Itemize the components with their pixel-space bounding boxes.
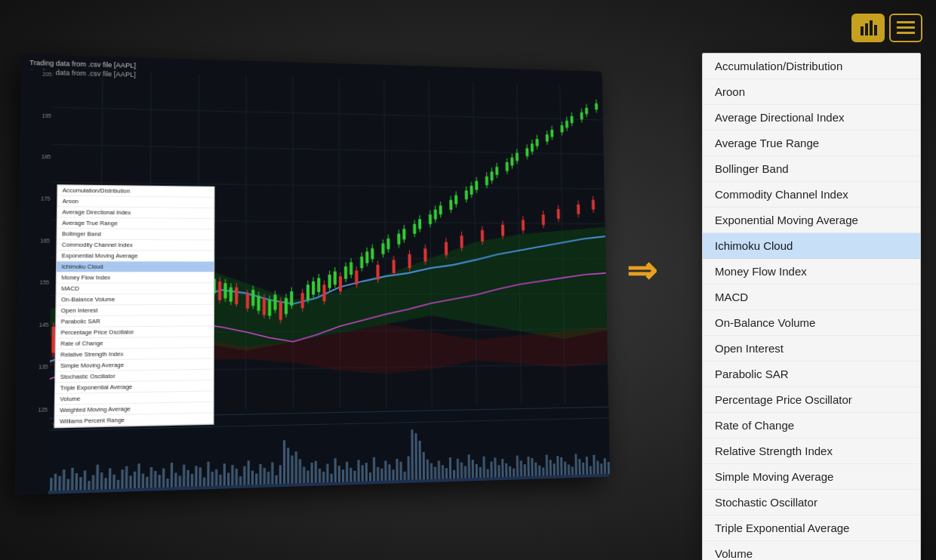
svg-rect-0 bbox=[861, 26, 864, 35]
dropdown-item-12[interactable]: Parabolic SAR bbox=[703, 362, 920, 387]
svg-rect-292 bbox=[334, 458, 337, 485]
dropdown-item-7[interactable]: Ichimoku Cloud bbox=[703, 233, 920, 259]
dropdown-item-10[interactable]: On-Balance Volume bbox=[703, 310, 920, 336]
svg-rect-281 bbox=[291, 455, 293, 486]
chart-view-button[interactable] bbox=[851, 14, 885, 42]
svg-line-18 bbox=[246, 75, 247, 410]
dropdown-item-2[interactable]: Average Directional Index bbox=[703, 105, 920, 131]
svg-rect-4 bbox=[897, 21, 915, 23]
dropdown-item-8[interactable]: Money Flow Index bbox=[703, 259, 920, 285]
svg-rect-280 bbox=[287, 448, 289, 486]
small-dd-item-9[interactable]: MACD bbox=[57, 283, 214, 294]
svg-rect-270 bbox=[248, 460, 250, 488]
svg-rect-260 bbox=[207, 462, 209, 489]
dropdown-item-5[interactable]: Commodity Channel Index bbox=[703, 182, 920, 208]
svg-rect-302 bbox=[373, 457, 375, 485]
svg-rect-5 bbox=[897, 26, 915, 29]
dropdown-item-17[interactable]: Stochastic Oscillator bbox=[703, 490, 920, 515]
small-dropdown-overlay[interactable]: Accumulation/Distribution Aroon Average … bbox=[54, 184, 214, 428]
svg-rect-1 bbox=[865, 23, 868, 35]
indicator-dropdown: Accumulation/Distribution Aroon Average … bbox=[702, 53, 921, 560]
small-dd-item-10[interactable]: On-Balance Volume bbox=[56, 294, 214, 305]
chart-container: Trading data from .csv file [AAPL] Tradi… bbox=[15, 54, 610, 495]
small-dd-item-11[interactable]: Open Interest bbox=[56, 305, 214, 317]
small-dd-item-6[interactable]: Exponential Moving Average bbox=[57, 251, 214, 262]
small-dd-item-8[interactable]: Money Flow Index bbox=[57, 272, 214, 284]
small-dd-item-3[interactable]: Average True Range bbox=[57, 218, 214, 230]
svg-rect-315 bbox=[423, 452, 425, 482]
dropdown-item-16[interactable]: Simple Moving Average bbox=[703, 464, 920, 490]
svg-rect-283 bbox=[299, 459, 301, 486]
small-dd-item-2[interactable]: Average Directional Index bbox=[57, 207, 214, 219]
dropdown-item-19[interactable]: Volume bbox=[703, 541, 920, 560]
svg-line-27 bbox=[54, 322, 54, 357]
small-dd-item-12[interactable]: Parabolic SAR bbox=[56, 315, 214, 328]
svg-rect-312 bbox=[411, 429, 414, 483]
svg-line-7 bbox=[53, 107, 603, 120]
dropdown-item-18[interactable]: Triple Exponential Average bbox=[703, 515, 920, 541]
svg-rect-243 bbox=[137, 463, 140, 491]
toolbar bbox=[851, 14, 922, 42]
svg-rect-314 bbox=[419, 441, 421, 482]
dropdown-item-3[interactable]: Average True Range bbox=[703, 131, 920, 156]
dropdown-item-4[interactable]: Bollinger Band bbox=[703, 156, 920, 182]
svg-rect-233 bbox=[96, 465, 99, 493]
svg-rect-311 bbox=[408, 456, 410, 482]
small-dd-item-21[interactable]: Williams Percent Range bbox=[54, 413, 213, 427]
arrow-indicator: ⇒ bbox=[627, 249, 657, 291]
dropdown-item-1[interactable]: Aroon bbox=[703, 79, 920, 105]
svg-rect-279 bbox=[283, 440, 285, 487]
svg-rect-282 bbox=[295, 451, 297, 486]
dropdown-item-15[interactable]: Relative Strength Index bbox=[703, 438, 920, 464]
small-dd-item-7[interactable]: Ichimoku Cloud bbox=[57, 262, 214, 273]
dropdown-item-6[interactable]: Exponential Moving Average bbox=[703, 208, 920, 233]
dropdown-item-11[interactable]: Open Interest bbox=[703, 336, 920, 362]
svg-rect-3 bbox=[874, 25, 877, 35]
svg-rect-2 bbox=[870, 20, 873, 35]
dropdown-item-9[interactable]: MACD bbox=[703, 285, 920, 310]
dropdown-item-13[interactable]: Percentage Price Oscillator bbox=[703, 387, 920, 413]
svg-rect-327 bbox=[468, 454, 470, 481]
small-dd-item-4[interactable]: Bollinger Band bbox=[57, 229, 214, 240]
dropdown-item-14[interactable]: Rate of Change bbox=[703, 413, 920, 438]
small-dd-item-5[interactable]: Commodity Channel Index bbox=[57, 240, 214, 251]
svg-rect-313 bbox=[414, 433, 417, 483]
svg-rect-6 bbox=[897, 32, 915, 34]
chart-icon bbox=[859, 20, 877, 35]
svg-rect-251 bbox=[171, 463, 173, 491]
svg-line-8 bbox=[53, 145, 604, 155]
menu-view-button[interactable] bbox=[889, 14, 922, 42]
dropdown-item-0[interactable]: Accumulation/Distribution bbox=[703, 54, 920, 79]
menu-icon bbox=[897, 21, 915, 35]
price-axis: 205 195 185 175 165 155 145 135 125 bbox=[16, 69, 53, 415]
